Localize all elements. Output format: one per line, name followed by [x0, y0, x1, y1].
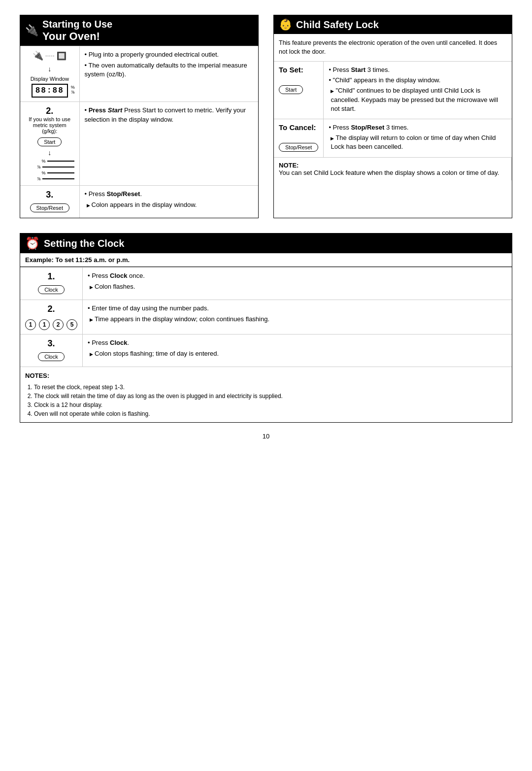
- clock-step3-text: Press Clock. Colon stops flashing; time …: [83, 335, 512, 367]
- to-cancel-visual: Stop/Reset: [279, 141, 318, 153]
- clock-note-2: The clock will retain the time of day as…: [34, 392, 507, 401]
- step3-text: Press Stop/Reset. Colon appears in the d…: [79, 186, 258, 218]
- step1-visual: 🔌 ····· 🔲 ↓ Display Window 88:88 % ⅞: [25, 50, 74, 98]
- clock-notes: NOTES: To reset the clock, repeat step 1…: [20, 367, 512, 422]
- clock-note-3: Clock is a 12 hour display.: [34, 401, 507, 409]
- clock-panel: ⏰ Setting the Clock Example: To set 11:2…: [20, 233, 512, 423]
- child-panel: 👶 Child Safety Lock This feature prevent…: [273, 15, 512, 218]
- oven-icon: 🔌: [25, 24, 38, 37]
- plug-icon: 🔌: [33, 50, 43, 61]
- oven-step1: 🔌 ····· 🔲 ↓ Display Window 88:88 % ⅞: [20, 46, 258, 102]
- child-to-cancel: To Cancel: Stop/Reset Press Stop/Reset 3…: [274, 119, 512, 157]
- clock-button-step3: Clock: [38, 352, 65, 361]
- page-number: 10: [20, 433, 512, 440]
- oven-title: Starting to Use Your Oven!: [42, 18, 112, 43]
- display-box-wrapper: 88:88 % ⅞: [32, 84, 68, 98]
- clock-step1-text: Press Clock once. Colon flashes.: [83, 268, 512, 300]
- child-to-set: To Set: Start Press Start 3 times. "Chil…: [274, 62, 512, 119]
- start-button-step2: Start: [37, 137, 62, 146]
- oven-step2: 2. If you wish to use metric system (g/k…: [20, 102, 258, 186]
- dots-icon: ·····: [45, 53, 55, 59]
- child-table: To Set: Start Press Start 3 times. "Chil…: [274, 61, 512, 180]
- step1-text: Plug into a properly grounded electrical…: [79, 46, 258, 102]
- clock-step2-text: Enter time of day using the number pads.…: [83, 300, 512, 335]
- step3-visual: 3. Stop/Reset: [25, 190, 74, 214]
- to-set-visual: Start: [279, 84, 318, 96]
- scale-illustration: % ⅞ % ⅞: [25, 159, 74, 181]
- oven-header: 🔌 Starting to Use Your Oven!: [20, 15, 258, 46]
- stop-reset-button-child: Stop/Reset: [279, 143, 318, 152]
- to-set-label: To Set:: [279, 66, 318, 74]
- clock-step1-visual: 1. Clock: [25, 271, 77, 296]
- to-cancel-text: Press Stop/Reset 3 times. The display wi…: [324, 119, 512, 157]
- clock-note-1: To reset the clock, repeat step 1-3.: [34, 383, 507, 392]
- down-arrow-step2: ↓: [25, 149, 74, 157]
- child-icon: 👶: [279, 18, 292, 31]
- clock-step2-visual: 2. 1 1 2 5: [25, 304, 77, 330]
- clock-note-4: Oven will not operate while colon is fla…: [34, 409, 507, 418]
- num-pads: 1 1 2 5: [25, 319, 77, 330]
- clock-header: ⏰ Setting the Clock: [20, 234, 512, 253]
- note-text: You can set Child Lock feature when the …: [279, 169, 499, 176]
- display-window-label: Display Window: [31, 76, 69, 82]
- outlet-icon: 🔲: [57, 51, 66, 61]
- clock-steps-table: 1. Clock Press Clock once. Colon flashes…: [20, 267, 512, 367]
- stop-reset-button-step3: Stop/Reset: [30, 203, 69, 212]
- to-set-text: Press Start 3 times. "Child" appears in …: [324, 62, 512, 119]
- clock-example: Example: To set 11:25 a.m. or p.m.: [20, 253, 512, 267]
- display-box: 88:88: [32, 84, 68, 98]
- clock-step2: 2. 1 1 2 5 Enter time of day using the n…: [20, 300, 512, 335]
- note-head: NOTE:: [279, 162, 299, 169]
- clock-title: Setting the Clock: [44, 238, 124, 249]
- display-units: % ⅞: [71, 85, 75, 95]
- child-intro: This feature prevents the electronic ope…: [274, 34, 512, 61]
- clock-step3: 3. Clock Press Clock. Colon stops flashi…: [20, 335, 512, 367]
- step2-num: 2. If you wish to use metric system (g/k…: [25, 106, 74, 181]
- clock-icon: ⏰: [25, 236, 40, 250]
- clock-button-step1: Clock: [38, 285, 65, 294]
- arrow-down-icon: ↓: [48, 65, 51, 73]
- child-title: Child Safety Lock: [296, 19, 379, 31]
- oven-steps: 🔌 ····· 🔲 ↓ Display Window 88:88 % ⅞: [20, 46, 258, 218]
- plug-group: 🔌 ····· 🔲: [33, 50, 66, 61]
- start-button-child: Start: [279, 85, 303, 94]
- step2-text: Press Start Press Start to convert to me…: [79, 102, 258, 186]
- child-note-row: NOTE: You can set Child Lock feature whe…: [274, 157, 512, 180]
- clock-step3-visual: 3. Clock: [25, 338, 77, 363]
- child-header: 👶 Child Safety Lock: [274, 15, 512, 34]
- oven-step3: 3. Stop/Reset Press Stop/Reset. Colon ap…: [20, 186, 258, 218]
- clock-step1: 1. Clock Press Clock once. Colon flashes…: [20, 268, 512, 300]
- oven-panel: 🔌 Starting to Use Your Oven! 🔌 ····· 🔲 ↓: [20, 15, 259, 218]
- to-cancel-label: To Cancel:: [279, 123, 318, 132]
